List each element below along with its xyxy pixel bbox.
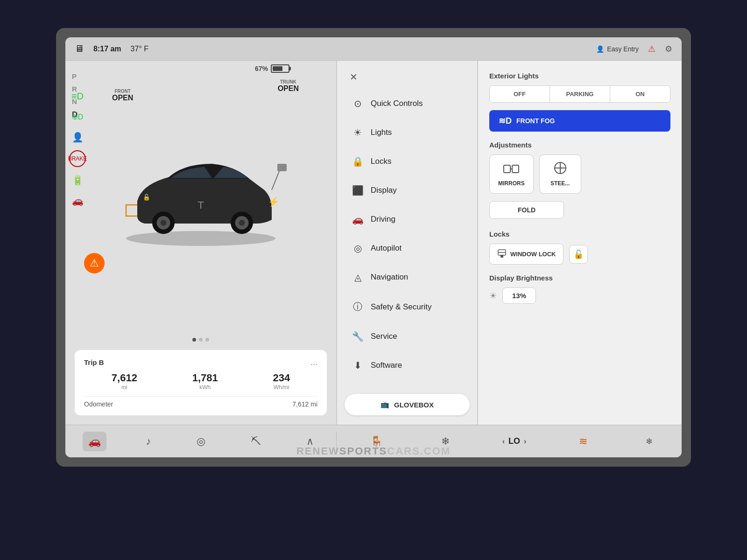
brightness-value: 13% — [502, 287, 536, 304]
brightness-title: Display Brightness — [489, 274, 670, 282]
time-display: 8:17 am — [93, 45, 121, 53]
display-label: Display — [371, 186, 397, 195]
seat-icon: 🪑 — [370, 435, 383, 448]
door-lock-button[interactable]: 🔓 — [569, 245, 588, 264]
lights-off-btn[interactable]: OFF — [490, 86, 550, 102]
trip-stat-kwh: 1,781 kWh — [192, 372, 218, 391]
nav-car[interactable]: 🚗 — [83, 432, 106, 451]
temp-control: ‹ LO › — [502, 436, 527, 446]
window-lock-icon — [497, 249, 507, 259]
svg-point-0 — [126, 231, 275, 246]
temp-label: LO — [508, 436, 520, 446]
locks-controls: WINDOW LOCK 🔓 — [489, 244, 670, 265]
trip-card: Trip B ... 7,612 mi 1,781 kWh 234 Wh/mi — [75, 350, 327, 415]
trip-stat-efficiency: 234 Wh/mi — [273, 372, 290, 391]
controls-panel: Exterior Lights OFF PARKING ON ≋D FRONT … — [478, 61, 682, 425]
glovebox-label: GLOVEBOX — [394, 401, 434, 409]
svg-point-3 — [161, 220, 167, 226]
car-panel: 67% P R N D ≡D ⊕D 👤 BRAKE 🔋 🚗 — [65, 61, 336, 425]
easy-entry-btn[interactable]: 👤 Easy Entry — [596, 45, 639, 53]
radio-nav-icon: ◎ — [197, 435, 205, 448]
nav-wiper[interactable]: ⛏ — [245, 432, 267, 451]
odometer-label: Odometer — [84, 400, 113, 408]
menu-item-display[interactable]: ⬛ Display — [341, 176, 473, 204]
nav-seat-heat[interactable]: ≋ — [573, 432, 593, 451]
mirrors-icon — [503, 161, 520, 177]
fog-icon: ≋D — [499, 116, 512, 126]
autopilot-icon: ◎ — [352, 243, 363, 254]
steering-label: STEE... — [550, 180, 570, 187]
lights-on-btn[interactable]: ON — [610, 86, 670, 102]
menu-item-quick-controls[interactable]: ⊙ Quick Controls — [341, 90, 473, 118]
front-status-label: FRONT OPEN — [112, 89, 133, 102]
display-icon: ⬛ — [352, 185, 363, 196]
window-lock-label: WINDOW LOCK — [510, 251, 556, 258]
close-icon: ✕ — [350, 71, 358, 83]
locks-label: Locks — [371, 157, 391, 166]
menu-item-driving[interactable]: 🚗 Driving — [341, 205, 473, 233]
brightness-sun-icon: ☀ — [489, 291, 497, 301]
bottom-nav: 🚗 ♪ ◎ ⛏ ∧ 🪑 ❄ ‹ LO — [65, 425, 682, 457]
temp-up-btn[interactable]: › — [524, 437, 526, 446]
lights-selector: OFF PARKING ON — [489, 85, 670, 103]
nav-music[interactable]: ♪ — [141, 432, 157, 451]
navigation-icon: ◬ — [352, 272, 363, 283]
svg-rect-10 — [277, 164, 287, 171]
close-button[interactable]: ✕ — [346, 70, 360, 84]
menu-item-autopilot[interactable]: ◎ Autopilot — [341, 234, 473, 262]
menu-item-service[interactable]: 🔧 Service — [341, 322, 473, 350]
menu-list: ⊙ Quick Controls ☀ Lights 🔒 Locks ⬛ Disp… — [337, 89, 477, 389]
warning-button[interactable]: ⚠ — [84, 253, 105, 273]
lights-icon: ☀ — [352, 127, 363, 138]
dot-3 — [205, 338, 209, 342]
glovebox-button[interactable]: 📺 GLOVEBOX — [345, 394, 470, 415]
menu-item-safety-security[interactable]: ⓘ Safety & Security — [341, 292, 473, 322]
svg-text:T: T — [197, 199, 204, 211]
adjustments-grid: MIRRORS STEE... — [489, 154, 670, 194]
mirrors-button[interactable]: MIRRORS — [489, 154, 534, 194]
car-nav-icon: 🚗 — [88, 435, 101, 448]
trip-more-btn[interactable]: ... — [310, 357, 317, 367]
temp-display: 37° F — [131, 45, 148, 53]
fan-icon: ❄ — [441, 435, 450, 448]
temp-down-btn[interactable]: ‹ — [502, 437, 505, 446]
menu-item-lights[interactable]: ☀ Lights — [341, 119, 473, 147]
driving-label: Driving — [371, 215, 395, 224]
lights-parking-btn[interactable]: PARKING — [550, 86, 610, 102]
car-image: T ⚡ 🔓 — [107, 127, 294, 267]
fold-button[interactable]: FOLD — [489, 201, 564, 219]
trip-title: Trip B — [84, 358, 104, 366]
wiper-nav-icon: ⛏ — [251, 435, 261, 448]
nav-radio[interactable]: ◎ — [191, 432, 211, 451]
menu-item-locks[interactable]: 🔒 Locks — [341, 147, 473, 175]
nav-expand[interactable]: ∧ — [301, 432, 319, 451]
glovebox-icon: 📺 — [381, 400, 389, 409]
brightness-control-row: ☀ 13% — [489, 287, 670, 304]
locks-icon: 🔒 — [352, 156, 363, 167]
alert-icon[interactable]: ⚠ — [648, 44, 655, 54]
trunk-status-label: TRUNK OPEN — [278, 79, 299, 93]
safety-label: Safety & Security — [371, 302, 431, 312]
nav-fan[interactable]: ❄ — [436, 432, 455, 451]
settings-icon[interactable]: ⚙ — [665, 44, 672, 54]
service-label: Service — [371, 332, 397, 341]
person-icon: 👤 — [596, 45, 604, 53]
warning-icon: ⚠ — [90, 257, 99, 269]
software-icon: ⬇ — [352, 360, 363, 371]
steering-icon — [552, 161, 569, 177]
svg-rect-12 — [504, 165, 510, 173]
window-lock-button[interactable]: WINDOW LOCK — [489, 244, 564, 265]
nav-seat[interactable]: 🪑 — [365, 432, 388, 451]
nav-rear-defrost[interactable]: ❄ — [640, 433, 658, 450]
front-fog-button[interactable]: ≋D FRONT FOG — [489, 110, 670, 132]
svg-point-6 — [239, 220, 245, 226]
dot-2 — [199, 338, 203, 342]
menu-item-navigation[interactable]: ◬ Navigation — [341, 263, 473, 291]
menu-panel: ✕ ⊙ Quick Controls ☀ Lights 🔒 Locks — [337, 61, 477, 425]
lights-label: Lights — [371, 128, 392, 137]
dot-1 — [192, 338, 196, 342]
odometer-value: 7,612 mi — [292, 400, 317, 408]
trip-stat-miles: 7,612 mi — [112, 372, 137, 391]
steering-button[interactable]: STEE... — [539, 154, 581, 194]
menu-item-software[interactable]: ⬇ Software — [341, 351, 473, 379]
